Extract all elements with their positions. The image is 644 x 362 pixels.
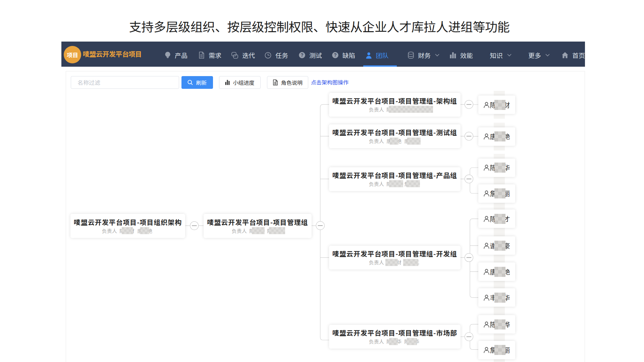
- svg-text:?: ?: [334, 52, 337, 58]
- svg-text:?: ?: [301, 52, 304, 58]
